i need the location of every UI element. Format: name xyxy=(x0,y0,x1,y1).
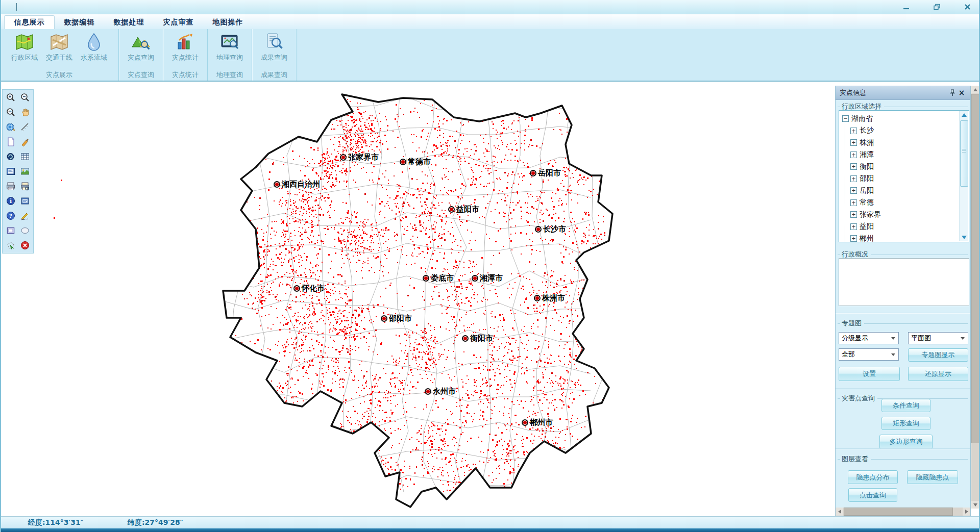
close-icon[interactable]: × xyxy=(957,88,966,97)
条件查询-button[interactable]: 条件查询 xyxy=(881,399,930,412)
info-icon[interactable]: i xyxy=(5,195,17,207)
pin-icon[interactable] xyxy=(948,88,957,97)
brush-icon[interactable] xyxy=(19,136,31,147)
minimize-icon[interactable] xyxy=(899,2,913,12)
scroll-down-icon[interactable] xyxy=(971,501,979,509)
expand-icon[interactable]: + xyxy=(850,128,857,134)
scroll-left-icon[interactable] xyxy=(836,508,843,516)
交通干线-button[interactable]: 交通干线 xyxy=(42,29,77,70)
thematic-show-button[interactable]: 专题图显示 xyxy=(908,348,968,362)
image-export-icon[interactable] xyxy=(19,166,31,177)
expand-icon[interactable]: + xyxy=(850,211,857,218)
close-icon[interactable] xyxy=(961,2,974,12)
灾点查询-button[interactable]: 灾点查询 xyxy=(124,29,158,70)
level-display-dropdown[interactable]: 分级显示 xyxy=(839,332,899,344)
map-type-dropdown[interactable]: 平面图 xyxy=(908,332,968,344)
attribute-table-icon[interactable] xyxy=(19,151,31,162)
tree-node[interactable]: +株洲 xyxy=(845,137,969,149)
rectangle-select-icon[interactable] xyxy=(5,225,17,236)
restore-icon[interactable] xyxy=(930,2,943,12)
city-label: 郴州市 xyxy=(522,418,553,427)
矩形查询-button[interactable]: 矩形查询 xyxy=(881,417,930,430)
tree-scrollbar-thumb[interactable] xyxy=(960,120,968,187)
scroll-up-icon[interactable] xyxy=(971,86,979,93)
expand-icon[interactable]: + xyxy=(850,139,857,146)
pan-hand-icon[interactable] xyxy=(19,107,31,118)
tab-5[interactable]: 地图操作 xyxy=(203,16,253,29)
identify-window-icon[interactable] xyxy=(19,195,31,207)
ellipse-select-icon[interactable] xyxy=(19,225,31,236)
tree-node[interactable]: +湘潭 xyxy=(845,149,969,161)
tab-2[interactable]: 数据编辑 xyxy=(55,16,104,29)
expand-icon[interactable]: + xyxy=(850,235,857,242)
expand-icon[interactable]: + xyxy=(850,223,857,230)
expand-icon[interactable]: + xyxy=(850,163,857,170)
scope-dropdown[interactable]: 全部 xyxy=(839,348,899,361)
tree-node[interactable]: +常德 xyxy=(845,197,969,209)
region-tree[interactable]: −湖南省+长沙+株洲+湘潭+衡阳+邵阳+岳阳+常德+张家界+益阳+郴州 xyxy=(839,110,969,242)
sketch-pen-icon[interactable] xyxy=(19,210,31,221)
measure-line-icon[interactable] xyxy=(19,121,31,133)
tab-1[interactable]: 信息展示 xyxy=(4,15,55,29)
expand-icon[interactable]: + xyxy=(850,151,857,158)
mountain-search-icon xyxy=(131,32,151,52)
地理查询-button[interactable]: 地理查询 xyxy=(212,29,247,70)
tree-node[interactable]: +长沙 xyxy=(845,125,969,137)
灾点统计-button[interactable]: 灾点统计 xyxy=(168,29,203,70)
polygon-select-icon[interactable] xyxy=(5,240,17,251)
tree-scrollbar[interactable] xyxy=(959,111,968,241)
map-window-icon[interactable] xyxy=(5,166,17,177)
zoom-out-icon[interactable] xyxy=(19,92,31,103)
scroll-up-icon[interactable] xyxy=(960,111,968,119)
refresh-view-icon[interactable] xyxy=(5,151,17,162)
expand-icon[interactable]: + xyxy=(850,187,857,194)
collapse-icon[interactable]: − xyxy=(842,115,849,122)
overview-textbox[interactable] xyxy=(839,258,969,306)
scroll-down-icon[interactable] xyxy=(960,234,968,241)
行政区域-button[interactable]: 行政区域 xyxy=(7,29,42,70)
水系流域-button[interactable]: 水系流域 xyxy=(77,29,111,70)
vscroll-thumb[interactable] xyxy=(971,94,979,443)
tree-node-label: 郴州 xyxy=(860,234,874,242)
tree-node[interactable]: +岳阳 xyxy=(845,185,969,197)
map-canvas[interactable]: 张家界市常德市岳阳市湘西自治州益阳市长沙市娄底市湘潭市株洲市怀化市邵阳市衡阳市永… xyxy=(0,82,834,516)
隐患点分布-button[interactable]: 隐患点分布 xyxy=(848,470,898,484)
zoom-extent-icon[interactable]: ± xyxy=(5,107,17,118)
tree-node-root[interactable]: −湖南省 xyxy=(839,113,969,125)
点击查询-button[interactable]: 点击查询 xyxy=(848,488,897,502)
tree-node-label: 湘潭 xyxy=(860,150,874,159)
多边形查询-button[interactable]: 多边形查询 xyxy=(879,435,933,449)
隐藏隐患点-button[interactable]: 隐藏隐患点 xyxy=(907,470,958,484)
expand-icon[interactable]: + xyxy=(850,175,857,182)
globe-icon[interactable] xyxy=(5,121,17,133)
close-tool-icon[interactable] xyxy=(19,240,31,251)
reset-display-button[interactable]: 还原显示 xyxy=(908,367,968,381)
chevron-down-icon xyxy=(891,337,895,340)
help-icon[interactable]: ? xyxy=(5,210,17,221)
scroll-right-icon[interactable] xyxy=(963,508,970,516)
tree-node[interactable]: +邵阳 xyxy=(845,173,969,185)
city-label: 衡阳市 xyxy=(462,334,493,343)
clear-page-icon[interactable] xyxy=(5,136,17,147)
settings-button[interactable]: 设置 xyxy=(839,367,900,381)
city-marker-icon xyxy=(535,226,542,233)
tree-node[interactable]: +张家界 xyxy=(845,209,969,221)
成果查询-button[interactable]: 成果查询 xyxy=(257,29,291,70)
tree-node[interactable]: +衡阳 xyxy=(845,161,969,173)
panel-header: 灾点信息 × xyxy=(836,86,970,100)
zoom-in-icon[interactable] xyxy=(5,92,17,103)
city-marker-icon xyxy=(423,275,429,282)
hscroll-thumb[interactable] xyxy=(844,508,953,516)
print-preview-icon[interactable] xyxy=(19,181,31,192)
ribbon-group-3: 灾点统计灾点统计 xyxy=(163,29,208,81)
expand-icon[interactable]: + xyxy=(850,199,857,206)
tree-node[interactable]: +益阳 xyxy=(845,221,969,233)
print-icon[interactable] xyxy=(5,181,17,192)
panel-horizontal-scrollbar[interactable] xyxy=(836,508,970,516)
tab-3[interactable]: 数据处理 xyxy=(104,16,154,29)
tree-node[interactable]: +郴州 xyxy=(845,233,969,242)
hunan-province-map[interactable] xyxy=(0,82,834,516)
tab-4[interactable]: 灾点审查 xyxy=(154,16,203,29)
panel-vertical-scrollbar[interactable] xyxy=(971,86,979,509)
ribbon-group-1: 行政区域交通干线水系流域灾点展示 xyxy=(0,29,119,81)
